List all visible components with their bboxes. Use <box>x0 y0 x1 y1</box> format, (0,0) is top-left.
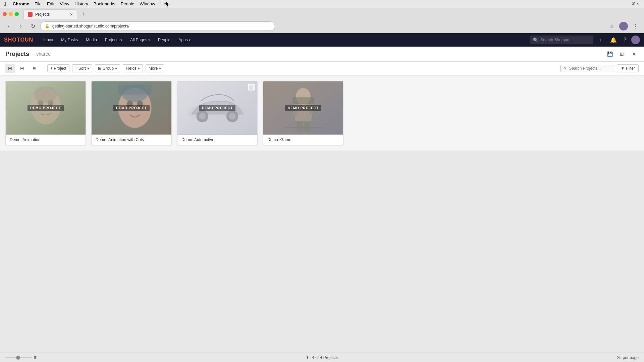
menu-window[interactable]: Window <box>140 1 155 6</box>
menu-chrome[interactable]: Chrome <box>13 1 29 6</box>
mac-menubar:  Chrome File Edit View History Bookmark… <box>0 0 644 8</box>
thumb-overlay: DEMO PROJECT <box>263 81 343 135</box>
close-header-icon[interactable]: ✕ <box>629 49 639 59</box>
maximize-dot[interactable] <box>15 12 19 16</box>
page-header: Projects -- shared 💾 ⊞ ✕ <box>0 47 644 62</box>
add-project-button[interactable]: + Project <box>47 64 69 72</box>
menu-file[interactable]: File <box>35 1 42 6</box>
filter-icon: ▼ <box>621 66 625 71</box>
project-thumbnail: DEMO PROJECT <box>263 81 343 135</box>
filter-button[interactable]: ▼ Filter <box>617 64 639 72</box>
project-card[interactable]: DEMO PROJECT Demo: Animation with Cuts <box>91 81 172 145</box>
fields-label: Fields <box>126 66 137 71</box>
group-chevron: ▾ <box>115 66 117 71</box>
add-icon[interactable]: ＋ <box>596 36 605 44</box>
lock-icon: 🔒 <box>45 24 50 28</box>
tab-title: Projects <box>35 12 50 17</box>
window-controls <box>3 12 19 16</box>
thumb-overlay: DEMO PROJECT <box>92 81 171 135</box>
demo-badge: DEMO PROJECT <box>113 105 150 111</box>
thumb-overlay: DEMO PROJECT <box>6 81 86 135</box>
top-nav: SHOTGUN Inbox My Tasks Media Projects ▾ … <box>0 33 644 47</box>
menu-edit[interactable]: Edit <box>47 1 54 6</box>
nav-people[interactable]: People <box>155 36 174 44</box>
project-thumbnail: DEMO PROJECT <box>6 81 86 135</box>
user-avatar[interactable] <box>631 36 640 44</box>
menu-view[interactable]: View <box>60 1 69 6</box>
group-button[interactable]: ⊞ Group ▾ <box>95 64 120 72</box>
save-icon[interactable]: 💾 <box>605 49 614 59</box>
project-name: Demo: Animation <box>6 135 86 145</box>
view-list-button[interactable]: ≡ <box>30 64 39 73</box>
project-thumbnail: DEMO PROJECT <box>92 81 171 135</box>
menu-history[interactable]: History <box>74 1 88 6</box>
nav-back-button[interactable]: ‹ <box>4 21 13 31</box>
global-search-input[interactable] <box>540 38 591 42</box>
nav-right: 🔍 ＋ 🔔 ? <box>530 36 640 44</box>
browser-tab[interactable]: Projects × <box>23 9 77 19</box>
address-bar: ‹ › ↻ 🔒 getting-started.shotgunstudio.co… <box>0 20 644 33</box>
demo-badge: DEMO PROJECT <box>28 105 64 111</box>
tab-close-button[interactable]: × <box>70 12 73 17</box>
search-projects-icon: ✕ <box>564 66 567 71</box>
new-tab-button[interactable]: + <box>78 9 88 19</box>
nav-reload-button[interactable]: ↻ <box>28 21 38 31</box>
project-name: Demo: Automotive <box>177 135 257 145</box>
add-project-label: + Project <box>50 66 66 71</box>
minimize-dot[interactable] <box>9 12 13 16</box>
apps-chevron: ▾ <box>189 38 191 42</box>
toolbar: ⊞ ⊟ ≡ + Project ↑ Sort ▾ ⊞ Group ▾ Field… <box>0 62 644 75</box>
nav-all-pages[interactable]: All Pages ▾ <box>127 36 153 44</box>
zoom-slider[interactable] <box>5 357 32 358</box>
nav-forward-button[interactable]: › <box>16 21 25 31</box>
zoom-thumb[interactable] <box>16 356 20 360</box>
grid-settings-icon[interactable]: ⊞ <box>617 49 627 59</box>
project-thumbnail: DEMO PROJECT ⬜ <box>177 81 257 135</box>
view-grid-button[interactable]: ⊟ <box>17 64 27 73</box>
apple-icon[interactable]:  <box>4 1 6 7</box>
per-page: 25 per page <box>617 355 639 360</box>
record-count: 1 - 4 of 4 Projects <box>306 355 338 360</box>
nav-projects[interactable]: Projects ▾ <box>102 36 125 44</box>
search-projects-text: Search Projects... <box>569 66 601 71</box>
nav-apps[interactable]: Apps ▾ <box>175 36 194 44</box>
search-icon: 🔍 <box>533 38 538 43</box>
project-card[interactable]: DEMO PROJECT ⬜ Demo: Automotive <box>177 81 258 145</box>
project-card[interactable]: DEMO PROJECT Demo: Game <box>263 81 343 145</box>
group-icon: ⊞ <box>98 66 101 71</box>
close-dot[interactable] <box>3 12 7 16</box>
app-container: SHOTGUN Inbox My Tasks Media Projects ▾ … <box>0 33 644 150</box>
menu-people[interactable]: People <box>121 1 134 6</box>
project-name: Demo: Game <box>263 135 343 145</box>
zoom-icon: ⊞ <box>34 355 37 360</box>
view-thumb-button[interactable]: ⊞ <box>5 64 15 73</box>
menu-bookmarks[interactable]: Bookmarks <box>94 1 115 6</box>
filter-label: Filter <box>626 66 635 71</box>
address-bar-right: ☆ ⋮ <box>607 21 640 31</box>
status-bar-left: ⊞ <box>5 355 37 360</box>
sort-button[interactable]: ↑ Sort ▾ <box>72 64 92 72</box>
toolbar-separator <box>43 65 43 72</box>
toolbar-right: ✕ Search Projects... ▼ Filter <box>560 64 639 72</box>
inbox-icon[interactable]: 🔔 <box>608 36 619 44</box>
demo-badge: DEMO PROJECT <box>199 105 235 111</box>
bookmark-icon[interactable]: ☆ <box>607 21 616 31</box>
nav-inbox[interactable]: Inbox <box>40 36 56 44</box>
sort-label: Sort <box>78 66 86 71</box>
profile-avatar[interactable] <box>619 22 628 31</box>
help-icon[interactable]: ? <box>622 36 629 44</box>
search-projects[interactable]: ✕ Search Projects... <box>560 65 614 72</box>
sort-chevron: ▾ <box>87 66 89 71</box>
nav-media[interactable]: Media <box>83 36 100 44</box>
shotgun-logo[interactable]: SHOTGUN <box>4 37 33 43</box>
browser-chrome: Projects × + ‹ › ↻ 🔒 getting-started.sho… <box>0 8 644 33</box>
nav-my-tasks[interactable]: My Tasks <box>58 36 81 44</box>
global-search[interactable]: 🔍 <box>530 36 593 44</box>
more-icon[interactable]: ⋮ <box>631 21 640 31</box>
fields-button[interactable]: Fields ▾ <box>123 64 143 72</box>
page-subtitle: -- shared <box>32 51 51 57</box>
menu-help[interactable]: Help <box>161 1 170 6</box>
more-button[interactable]: More ▾ <box>146 64 164 72</box>
project-card[interactable]: DEMO PROJECT Demo: Animation <box>5 81 86 145</box>
url-bar[interactable]: 🔒 getting-started.shotgunstudio.com/proj… <box>40 21 275 31</box>
